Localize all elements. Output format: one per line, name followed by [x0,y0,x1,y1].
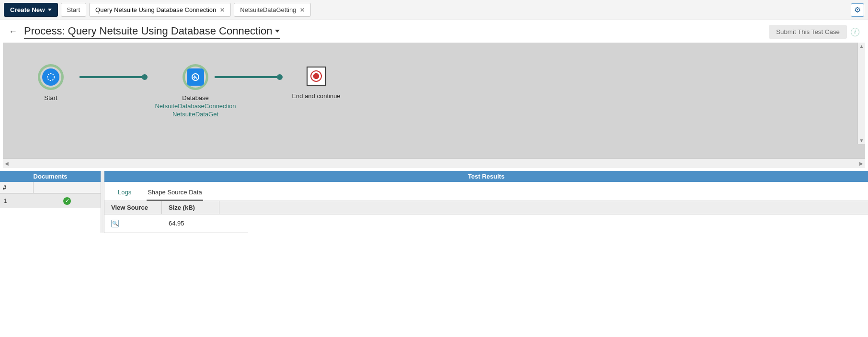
create-new-label: Create New [10,6,45,13]
node-sub: NetsuiteDatabaseConnection [155,102,236,110]
scroll-right-icon[interactable]: ▶ [859,161,863,166]
documents-col-num: # [0,182,34,193]
submit-label: Submit This Test Case [776,28,840,35]
gear-icon: ⚙ [854,5,861,14]
caret-down-icon [275,30,280,33]
process-title-dropdown[interactable]: Process: Query Netsuite Using Database C… [24,25,280,39]
scroll-left-icon[interactable]: ◀ [5,161,9,166]
source-size: 64.95 [169,220,226,227]
node-database[interactable]: Database NetsuiteDatabaseConnection Nets… [148,67,243,118]
close-icon[interactable]: ✕ [220,7,225,13]
settings-gear-button[interactable]: ⚙ [851,3,864,17]
create-new-button[interactable]: Create New [4,3,58,17]
col-view-source: View Source [104,201,162,214]
start-icon [42,68,59,86]
node-label: Start [44,94,57,101]
svg-point-0 [47,74,54,80]
subtab-label: Logs [118,189,131,196]
stop-icon [310,70,322,82]
connector [215,76,277,78]
back-arrow-icon[interactable]: ← [9,27,17,37]
info-icon[interactable]: i [851,28,859,36]
source-row[interactable]: 🔍 64.95 [104,214,248,233]
tab-label: NetsuiteDataGetting [240,6,296,13]
tab-label: Query Netsuite Using Database Connection [95,6,216,13]
subtab-logs[interactable]: Logs [117,186,132,201]
subtab-shape-source-data[interactable]: Shape Source Data [147,186,203,201]
documents-col-status [34,182,101,193]
close-icon[interactable]: ✕ [300,7,305,13]
node-label: Database [182,94,209,101]
documents-header: Documents [0,171,101,182]
connector-dot [142,74,148,80]
title-text: Query Netsuite Using Database Connection [68,25,273,37]
node-sub: NetsuiteDataGet [172,111,218,118]
node-start[interactable]: Start [22,67,80,101]
title-prefix: Process: [24,25,65,37]
view-source-icon[interactable]: 🔍 [111,220,119,227]
connector [80,76,142,78]
horizontal-scrollbar[interactable]: ◀ ▶ [3,158,865,168]
submit-test-case-button[interactable]: Submit This Test Case [769,25,847,39]
panel-divider[interactable] [101,171,104,233]
vertical-scrollbar[interactable]: ▲ ▼ [857,43,865,144]
node-end[interactable]: End and continue [283,67,350,100]
process-canvas[interactable]: Start Database NetsuiteDatabaseConnectio… [3,43,865,158]
tab-netsuitedatagetting[interactable]: NetsuiteDataGetting ✕ [234,3,311,17]
subtab-label: Shape Source Data [148,189,202,196]
tab-start[interactable]: Start [61,3,86,17]
tab-query-netsuite[interactable]: Query Netsuite Using Database Connection… [89,3,231,17]
scroll-down-icon[interactable]: ▼ [858,137,865,144]
database-icon [187,68,204,86]
connector-dot [277,74,283,80]
status-ok-icon: ✓ [63,197,71,205]
col-size: Size (kB) [162,201,219,214]
document-row[interactable]: 1 ✓ [0,193,101,208]
caret-down-icon [48,9,52,11]
node-label: End and continue [292,92,340,100]
scroll-up-icon[interactable]: ▲ [858,43,865,50]
results-header: Test Results [104,171,868,182]
document-index: 1 [0,197,34,204]
tab-label: Start [67,6,80,13]
